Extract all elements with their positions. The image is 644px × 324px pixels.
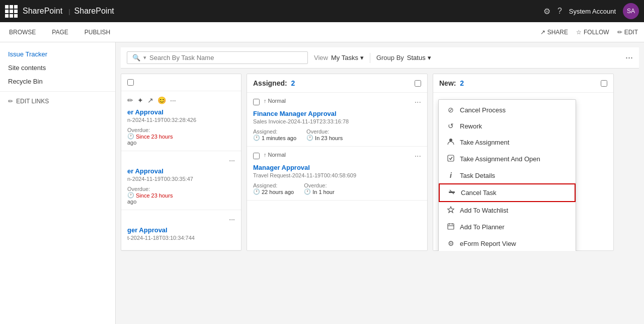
ctx-rework-label: Rework <box>460 122 482 130</box>
top-nav: SharePoint | SharePoint ⚙ ? System Accou… <box>0 0 644 22</box>
card-menu-finance[interactable]: ··· <box>415 98 421 107</box>
svg-marker-4 <box>448 207 454 213</box>
share-button[interactable]: ↗ SHARE <box>540 29 568 36</box>
column-assigned: Assigned: 2 ↑ Normal ··· <box>247 74 428 251</box>
group-chevron-icon: ▾ <box>428 54 431 61</box>
svg-rect-1 <box>448 155 454 161</box>
search-divider <box>370 53 370 63</box>
ctx-take-assignment-open-label: Take Assignment And Open <box>460 155 540 163</box>
ctx-eform-report-label: eForm Report View <box>460 240 516 247</box>
column-assigned-checkbox[interactable] <box>415 80 421 87</box>
search-icon: 🔍 <box>132 54 140 61</box>
take-assignment-open-icon <box>447 155 455 163</box>
card-partial-subtitle-2: n-2024-11-19T00:30:35:47 <box>127 176 235 182</box>
card-menu-manager[interactable]: ··· <box>415 152 421 161</box>
overdue-value-manager: 🕐 In 1 hour <box>304 188 334 195</box>
sidebar-item-site-contents[interactable]: Site contents <box>0 61 115 75</box>
sidebar-item-issue-tracker[interactable]: Issue Tracker <box>0 47 115 61</box>
group-select[interactable]: Status ▾ <box>407 54 431 61</box>
ctx-cancel-task[interactable]: Cancel Task <box>439 183 576 202</box>
ctx-add-planner[interactable]: Add To Planner <box>439 219 576 235</box>
clock-icon-finance-assigned: 🕐 <box>253 135 260 141</box>
assigned-label-manager: Assigned: <box>253 182 294 188</box>
card-smile-icon[interactable]: 😊 <box>157 96 166 104</box>
search-filter-icon[interactable]: ▾ <box>143 54 146 61</box>
ctx-take-assignment[interactable]: Take Assignment <box>439 134 576 151</box>
waffle-icon[interactable] <box>5 5 18 18</box>
publish-button[interactable]: PUBLISH <box>82 27 113 38</box>
card-partial-title-2[interactable]: er Approval <box>127 167 235 175</box>
view-select[interactable]: My Tasks ▾ <box>331 54 364 61</box>
more-options-button[interactable]: ··· <box>625 52 633 63</box>
search-input-wrap[interactable]: 🔍 ▾ <box>127 51 308 64</box>
recycle-bin-label: Recycle Bin <box>8 78 43 85</box>
follow-button[interactable]: ☆ FOLLOW <box>576 29 609 36</box>
clock-icon-finance-overdue: 🕐 <box>306 135 313 141</box>
site-name: SharePoint <box>74 7 543 16</box>
card-partial-title-1[interactable]: er Approval <box>127 108 235 116</box>
take-assignment-icon <box>447 138 455 147</box>
ctx-cancel-process[interactable]: ⊘ Cancel Process <box>439 102 576 118</box>
card-more-icon-2[interactable]: ··· <box>229 156 235 164</box>
site-contents-label: Site contents <box>8 64 46 72</box>
card-subtitle-manager: Travel Request-2024-11-19T00:40:58:609 <box>253 172 421 178</box>
ctx-task-details-label: Task Details <box>460 172 495 179</box>
sidebar-divider <box>0 91 115 92</box>
overdue-label-manager: Overdue: <box>304 182 334 188</box>
ctx-cancel-task-label: Cancel Task <box>461 189 497 197</box>
search-bar: 🔍 ▾ View My Tasks ▾ Group By Status ▾ ··… <box>121 47 639 69</box>
task-card-partial-3: ··· ger Approval t-2024-11-18T03:10:34:7… <box>121 210 241 250</box>
svg-rect-5 <box>448 224 454 229</box>
column-assigned-header: Assigned: 2 <box>247 74 427 93</box>
ctx-task-details[interactable]: i Task Details <box>439 167 576 183</box>
assigned-value-finance: 🕐 1 minutes ago <box>253 135 296 141</box>
sidebar-item-recycle-bin[interactable]: Recycle Bin <box>0 75 115 88</box>
card-meta-2: Overdue: 🕐Since 23 hours ago <box>127 186 235 205</box>
ago-label-2: ago <box>127 199 173 205</box>
card-share-icon[interactable]: ↗ <box>147 96 153 104</box>
clock-icon-1: 🕐 <box>127 133 134 140</box>
card-star-icon[interactable]: ✦ <box>137 96 143 104</box>
ctx-add-planner-label: Add To Planner <box>460 223 505 231</box>
settings-icon[interactable]: ⚙ <box>543 7 550 16</box>
card-more-icon[interactable]: ··· <box>170 96 176 104</box>
ctx-take-assignment-open[interactable]: Take Assignment And Open <box>439 151 576 167</box>
card-edit-icon[interactable]: ✏ <box>127 96 133 104</box>
search-input[interactable] <box>149 54 302 61</box>
card-title-manager[interactable]: Manager Approval <box>253 164 421 171</box>
help-icon[interactable]: ? <box>557 7 562 16</box>
priority-up-icon-manager: ↑ <box>264 152 267 158</box>
user-name: System Account <box>569 8 616 15</box>
group-section: Group By Status ▾ <box>376 54 431 61</box>
edit-links-button[interactable]: ✏ EDIT LINKS <box>0 95 115 108</box>
ctx-eform-report[interactable]: ⚙ eForm Report View <box>439 235 576 251</box>
card-partial-title-3[interactable]: ger Approval <box>127 226 235 234</box>
browse-button[interactable]: BROWSE <box>6 27 39 38</box>
page-button[interactable]: PAGE <box>49 27 71 38</box>
avatar[interactable]: SA <box>623 3 639 19</box>
column-new-checkbox[interactable] <box>601 80 607 87</box>
card-more-icon-3[interactable]: ··· <box>229 215 235 223</box>
card-top-manager: ↑ Normal ··· <box>253 152 421 161</box>
overdue-label-finance: Overdue: <box>306 128 343 135</box>
card-checkbox-finance[interactable] <box>253 99 260 105</box>
ctx-take-assignment-label: Take Assignment <box>460 139 509 146</box>
card-title-finance[interactable]: Finance Manager Approval <box>253 110 421 117</box>
second-toolbar: BROWSE PAGE PUBLISH ↗ SHARE ☆ FOLLOW ✏ E… <box>0 22 644 42</box>
priority-up-icon-finance: ↑ <box>264 98 267 104</box>
ctx-add-watchlist-label: Add To Watchlist <box>460 207 508 214</box>
card-meta-finance: Assigned: 🕐 1 minutes ago Overdue: 🕐 <box>253 128 421 141</box>
view-chevron-icon: ▾ <box>360 54 364 61</box>
view-label: View <box>314 54 328 61</box>
clock-icon-2: 🕐 <box>127 192 134 199</box>
ctx-rework[interactable]: ↺ Rework <box>439 118 576 134</box>
overdue-label-2: Overdue: <box>127 186 173 192</box>
column-partial-checkbox[interactable] <box>127 79 134 86</box>
edit-button[interactable]: ✏ EDIT <box>617 29 638 36</box>
ctx-add-watchlist[interactable]: Add To Watchlist <box>439 202 576 219</box>
card-checkbox-manager[interactable] <box>253 153 260 159</box>
col-assigned-count: 2 <box>291 79 295 87</box>
card-actions: ✏ ✦ ↗ 😊 ··· <box>127 96 235 104</box>
task-card-partial-1: ✏ ✦ ↗ 😊 ··· er Approval n-2024-11-19T00:… <box>121 91 241 151</box>
clock-icon-manager-assigned: 🕐 <box>253 188 260 195</box>
